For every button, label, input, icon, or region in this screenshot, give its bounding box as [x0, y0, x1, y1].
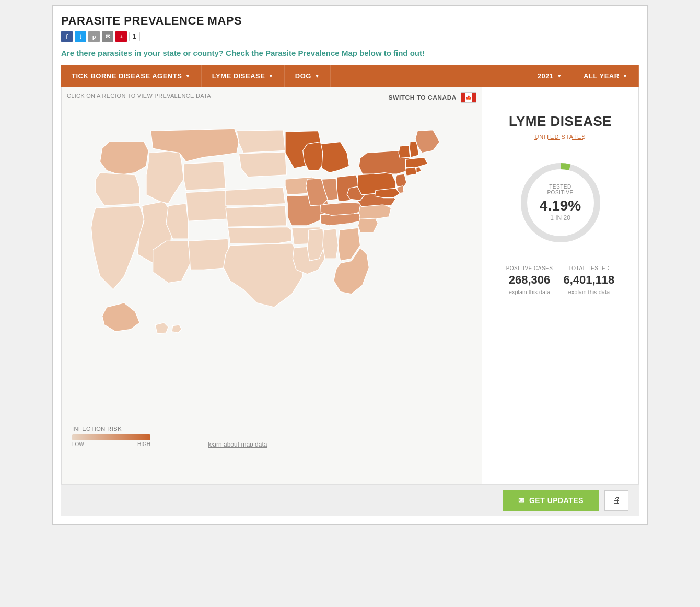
facebook-share-btn[interactable]: f [61, 31, 73, 42]
map-container[interactable]: CLICK ON A REGION TO VIEW PREVALENCE DAT… [62, 87, 482, 484]
state-ak[interactable] [102, 303, 140, 332]
us-location-link[interactable]: UNITED STATES [534, 134, 586, 140]
positive-cases-label: POSITIVE CASES [506, 265, 553, 271]
email-share-btn[interactable]: ✉ [102, 31, 113, 42]
usa-map[interactable] [67, 118, 464, 365]
total-tested-label: TOTAL TESTED [563, 265, 614, 271]
subtitle: Are there parasites in your state or cou… [61, 49, 639, 57]
chevron-down-icon: ▼ [185, 73, 190, 79]
map-section: CLICK ON A REGION TO VIEW PREVALENCE DAT… [61, 87, 639, 484]
printer-icon: 🖨 [612, 496, 621, 505]
add-share-btn[interactable]: + [115, 31, 127, 42]
nav-tick-borne[interactable]: TICK BORNE DISEASE AGENTS ▼ [61, 65, 202, 87]
print-button[interactable]: 🖨 [604, 490, 628, 511]
envelope-icon: ✉ [518, 496, 525, 505]
total-tested-col: TOTAL TESTED 6,401,118 explain this data [563, 265, 614, 295]
tested-positive-label: TESTED POSITIVE [537, 184, 584, 195]
state-id[interactable] [146, 150, 184, 203]
chevron-down-icon: ▼ [557, 73, 562, 79]
state-ks[interactable] [226, 206, 287, 227]
pinterest-share-btn[interactable]: p [88, 31, 100, 42]
state-ri[interactable] [416, 167, 421, 173]
state-ma[interactable] [406, 157, 428, 167]
state-or[interactable] [96, 173, 139, 206]
explain-positive-link[interactable]: explain this data [506, 289, 553, 295]
state-ct[interactable] [405, 167, 417, 176]
nav-lyme-disease[interactable]: LYME DISEASE ▼ [202, 65, 285, 87]
social-bar: f t p ✉ + 1 [61, 31, 639, 42]
state-tx[interactable] [224, 243, 303, 307]
state-me[interactable] [415, 130, 439, 153]
ratio-value: 1 IN 20 [537, 214, 584, 221]
state-ok[interactable] [228, 227, 291, 243]
total-tested-value: 6,401,118 [563, 273, 614, 287]
twitter-share-btn[interactable]: t [75, 31, 86, 42]
right-panel: LYME DISEASE UNITED STATES TESTED POSITI… [482, 87, 638, 484]
page-title: PARASITE PREVALENCE MAPS [61, 14, 639, 28]
get-updates-button[interactable]: ✉ GET UPDATES [503, 490, 599, 511]
state-wy[interactable] [184, 161, 226, 190]
bottom-bar: ✉ GET UPDATES 🖨 [61, 484, 639, 516]
state-wi[interactable] [303, 142, 323, 170]
switch-to-canada-btn[interactable]: SWITCH TO CANADA 🍁 [389, 92, 476, 103]
state-co[interactable] [186, 190, 228, 221]
nav-dog[interactable]: DOG ▼ [285, 65, 331, 87]
state-hi[interactable] [155, 323, 168, 334]
state-al[interactable] [323, 229, 339, 259]
state-az[interactable] [153, 241, 191, 283]
canada-flag-icon: 🍁 [461, 92, 476, 103]
positive-cases-col: POSITIVE CASES 268,306 explain this data [506, 265, 553, 295]
nav-all-year[interactable]: ALL YEAR ▼ [573, 65, 639, 87]
chevron-down-icon: ▼ [268, 73, 273, 79]
learn-map-data-link[interactable]: learn about map data [208, 441, 267, 448]
legend-section: INFECTION RISK LOW HIGH [72, 426, 150, 447]
chevron-down-icon: ▼ [623, 73, 628, 79]
state-hi2[interactable] [172, 325, 182, 333]
state-nd[interactable] [237, 130, 285, 153]
chevron-down-icon: ▼ [314, 73, 320, 79]
legend-bar [72, 434, 150, 440]
positive-cases-value: 268,306 [506, 273, 553, 287]
donut-chart: TESTED POSITIVE 4.19% 1 IN 20 [514, 156, 608, 250]
state-sd[interactable] [239, 152, 286, 177]
disease-title: LYME DISEASE [509, 113, 612, 130]
stats-row: POSITIVE CASES 268,306 explain this data… [495, 265, 626, 295]
percentage-value: 4.19% [537, 197, 584, 214]
donut-center: TESTED POSITIVE 4.19% 1 IN 20 [537, 184, 584, 221]
legend-title: INFECTION RISK [72, 426, 150, 432]
legend-labels: LOW HIGH [72, 441, 150, 447]
state-ca[interactable] [91, 206, 144, 289]
state-wa[interactable] [100, 142, 148, 174]
explain-total-link[interactable]: explain this data [563, 289, 614, 295]
state-vt[interactable] [399, 145, 410, 158]
state-ne[interactable] [226, 187, 285, 205]
nav-year[interactable]: 2021 ▼ [527, 65, 573, 87]
share-count: 1 [129, 32, 140, 41]
nav-bar: TICK BORNE DISEASE AGENTS ▼ LYME DISEASE… [61, 65, 639, 87]
